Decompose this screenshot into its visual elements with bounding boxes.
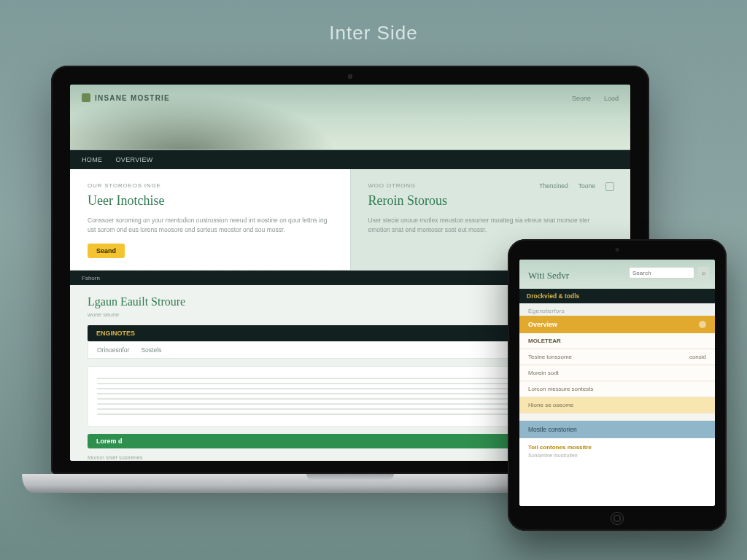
- search-icon[interactable]: ⌕: [697, 267, 709, 279]
- nav-item[interactable]: OVERVIEW: [115, 156, 152, 163]
- expand-icon[interactable]: [605, 182, 614, 191]
- footer-line: Sonserline mostrotien: [528, 453, 706, 458]
- hero-banner: INSANE MOSTRIE Seone Lood: [70, 85, 630, 150]
- footer-highlight: Toil contones mossitre: [528, 444, 706, 451]
- hero-nav: Seone Lood: [572, 95, 619, 102]
- hero-nav-link[interactable]: Seone: [572, 95, 591, 102]
- tablet-header: Witi Sedvr ⌕: [519, 260, 715, 289]
- list-item-label: Tesine tonssome: [528, 354, 572, 360]
- nav-item[interactable]: HOME: [82, 156, 102, 163]
- column-left: OUR STOROEOS INGE Ueer Inotchise Conssoe…: [70, 169, 350, 270]
- tablet-darkbar: Drockvied & todls: [519, 289, 715, 303]
- goldbar-label: Overview: [528, 321, 557, 328]
- tablet-sublabel: Egensterfors: [519, 303, 715, 316]
- list-item-label: MOLETEAR: [528, 338, 561, 344]
- spacer: [519, 413, 715, 421]
- right-meta-link[interactable]: Toone: [578, 182, 595, 191]
- blue-row[interactable]: Mostle constorien: [519, 421, 715, 438]
- left-eyebrow: OUR STOROEOS INGE: [88, 182, 333, 189]
- right-meta-link[interactable]: Thencined: [539, 182, 568, 191]
- hero-nav-link[interactable]: Lood: [604, 95, 619, 102]
- primary-navbar: HOME OVERVIEW: [70, 150, 630, 169]
- left-cta-button[interactable]: Seand: [88, 244, 125, 258]
- list-item[interactable]: Lorcon messure sontests: [519, 381, 715, 397]
- list-item-label: Morein sodt: [528, 370, 559, 376]
- page-title: Inter Side: [0, 22, 747, 44]
- lower-tab[interactable]: Orinoesnfor: [97, 346, 129, 354]
- brand-logo-icon: [82, 93, 90, 102]
- tablet-goldbar[interactable]: Overview: [519, 316, 715, 333]
- tablet-search: ⌕: [629, 267, 709, 279]
- highlight-row[interactable]: Hione se oseome: [519, 397, 715, 413]
- search-input[interactable]: [629, 267, 694, 279]
- list-item-meta: consid: [689, 354, 706, 360]
- list-item[interactable]: MOLETEAR: [519, 333, 715, 349]
- highlight-label: Hione se oseome: [528, 402, 573, 408]
- list-item[interactable]: Tesine tonssome consid: [519, 349, 715, 365]
- left-heading: Ueer Inotchise: [88, 193, 333, 209]
- list-item[interactable]: Morein sodt: [519, 365, 715, 381]
- lower-tab[interactable]: Sostels: [141, 346, 161, 354]
- right-heading: Reroin Storous: [368, 193, 614, 209]
- goldbar-status-icon: [699, 321, 706, 328]
- tablet-screen: Witi Sedvr ⌕ Drockvied & todls Egensterf…: [519, 260, 715, 506]
- right-body: User stecie onoue motlex meuston essumer…: [368, 216, 614, 235]
- tablet-home-button[interactable]: [611, 512, 624, 525]
- tablet-list: MOLETEAR Tesine tonssome consid Morein s…: [519, 333, 715, 397]
- tablet-footer: Toil contones mossitre Sonserline mostro…: [519, 438, 715, 506]
- right-meta: Thencined Toone: [539, 182, 614, 191]
- list-item-label: Lorcon messure sontests: [528, 386, 593, 392]
- brand[interactable]: INSANE MOSTRIE: [82, 93, 170, 102]
- tablet-device: Witi Sedvr ⌕ Drockvied & todls Egensterf…: [508, 239, 727, 531]
- brand-label: INSANE MOSTRIE: [95, 94, 170, 102]
- left-body: Conssoer soroming on your mentodion oust…: [88, 216, 333, 235]
